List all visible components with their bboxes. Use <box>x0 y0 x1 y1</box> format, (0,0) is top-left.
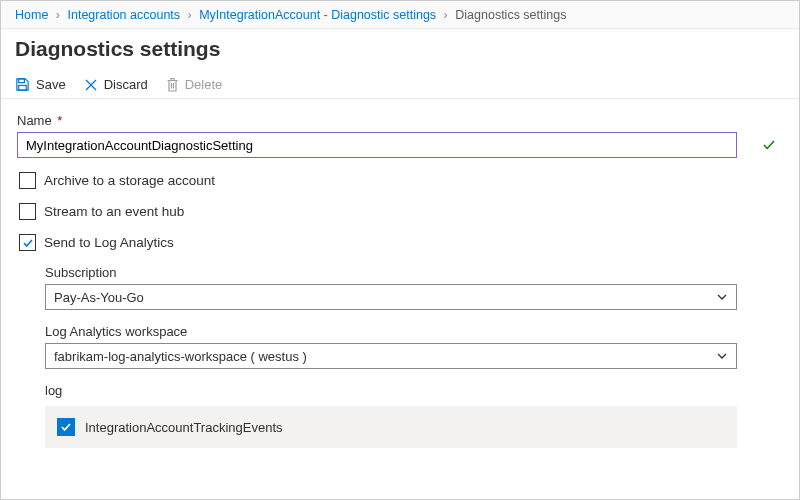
stream-label: Stream to an event hub <box>44 204 184 219</box>
chevron-down-icon <box>716 291 728 303</box>
chevron-right-icon: › <box>188 8 192 22</box>
chevron-down-icon <box>716 350 728 362</box>
delete-button: Delete <box>166 77 223 92</box>
checkbox-checked-icon <box>19 234 36 251</box>
log-section-label: log <box>45 383 783 398</box>
breadcrumb-link-integration-accounts[interactable]: Integration accounts <box>67 8 180 22</box>
subscription-select[interactable]: Pay-As-You-Go <box>45 284 737 310</box>
checkbox-unchecked-icon <box>19 172 36 189</box>
send-log-analytics-checkbox-row[interactable]: Send to Log Analytics <box>19 234 783 251</box>
breadcrumb: Home › Integration accounts › MyIntegrat… <box>1 1 799 29</box>
required-asterisk: * <box>57 113 62 128</box>
log-category-label: IntegrationAccountTrackingEvents <box>85 420 283 435</box>
discard-button-label: Discard <box>104 77 148 92</box>
archive-label: Archive to a storage account <box>44 173 215 188</box>
chevron-right-icon: › <box>444 8 448 22</box>
save-icon <box>15 77 30 92</box>
page-title: Diagnostics settings <box>15 37 785 61</box>
svg-rect-1 <box>19 85 27 90</box>
send-label: Send to Log Analytics <box>44 235 174 250</box>
workspace-value: fabrikam-log-analytics-workspace ( westu… <box>54 349 307 364</box>
archive-checkbox-row[interactable]: Archive to a storage account <box>19 172 783 189</box>
subscription-label: Subscription <box>45 265 783 280</box>
checkbox-unchecked-icon <box>19 203 36 220</box>
svg-rect-0 <box>19 79 25 83</box>
name-label-text: Name <box>17 113 52 128</box>
toolbar: Save Discard Delete <box>1 71 799 99</box>
workspace-label: Log Analytics workspace <box>45 324 783 339</box>
breadcrumb-current: Diagnostics settings <box>455 8 566 22</box>
name-input[interactable] <box>17 132 737 158</box>
save-button[interactable]: Save <box>15 77 66 92</box>
subscription-value: Pay-As-You-Go <box>54 290 144 305</box>
page-header: Diagnostics settings <box>1 29 799 71</box>
workspace-select[interactable]: fabrikam-log-analytics-workspace ( westu… <box>45 343 737 369</box>
log-category-row[interactable]: IntegrationAccountTrackingEvents <box>45 406 737 448</box>
chevron-right-icon: › <box>56 8 60 22</box>
breadcrumb-link-home[interactable]: Home <box>15 8 48 22</box>
discard-button[interactable]: Discard <box>84 77 148 92</box>
stream-checkbox-row[interactable]: Stream to an event hub <box>19 203 783 220</box>
name-label: Name * <box>17 113 783 128</box>
trash-icon <box>166 77 179 92</box>
valid-check-icon <box>763 139 775 151</box>
form-area: Name * Archive to a storage account Stre… <box>1 99 799 462</box>
delete-button-label: Delete <box>185 77 223 92</box>
save-button-label: Save <box>36 77 66 92</box>
checkbox-filled-icon <box>57 418 75 436</box>
breadcrumb-link-account-diagnostic[interactable]: MyIntegrationAccount - Diagnostic settin… <box>199 8 436 22</box>
close-icon <box>84 78 98 92</box>
